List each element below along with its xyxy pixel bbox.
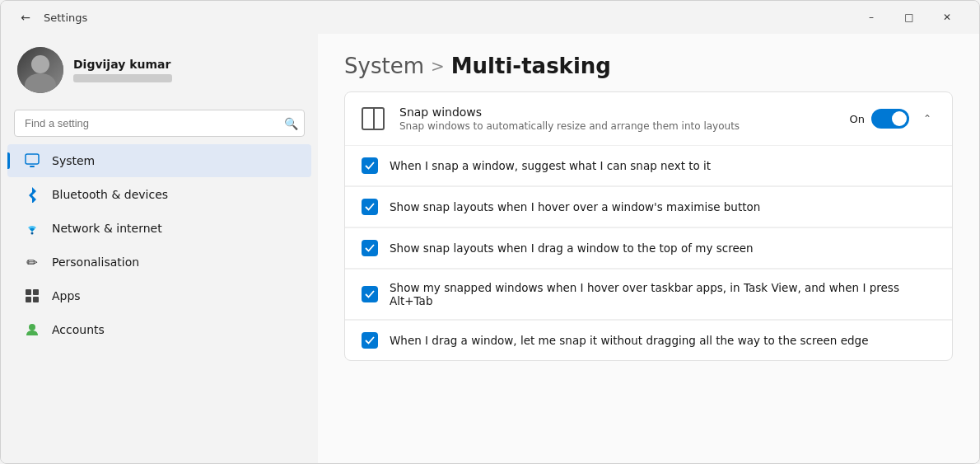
- svg-rect-1: [30, 166, 35, 167]
- search-input[interactable]: [14, 110, 305, 137]
- svg-rect-5: [26, 297, 31, 302]
- checkbox-suggest-snap[interactable]: [362, 157, 378, 174]
- breadcrumb-separator: >: [431, 56, 445, 76]
- user-subtitle: [73, 74, 172, 82]
- titlebar: ← Settings – □ ✕: [1, 1, 979, 34]
- content-area: Digvijay kumar 🔍 Syst: [1, 34, 979, 463]
- sidebar-item-network-label: Network & internet: [52, 222, 162, 235]
- sidebar-item-network[interactable]: Network & internet: [7, 212, 311, 245]
- svg-rect-0: [26, 154, 39, 164]
- main-content: System > Multi-tasking Snap windows Snap…: [318, 34, 979, 463]
- svg-rect-4: [33, 289, 39, 295]
- user-name: Digvijay kumar: [73, 58, 172, 71]
- snap-windows-status: On: [850, 113, 865, 125]
- sidebar-item-system[interactable]: System: [7, 144, 311, 177]
- titlebar-title: Settings: [44, 12, 87, 24]
- apps-icon: [24, 288, 40, 304]
- close-button[interactable]: ✕: [928, 4, 966, 30]
- snap-windows-toggle[interactable]: [871, 109, 909, 129]
- checkbox-label-0: When I snap a window, suggest what I can…: [390, 159, 711, 172]
- snap-windows-control: On ⌃: [850, 107, 939, 130]
- breadcrumb: System > Multi-tasking: [344, 54, 953, 78]
- svg-point-7: [29, 324, 35, 330]
- user-profile[interactable]: Digvijay kumar: [1, 34, 318, 106]
- snap-windows-desc: Snap windows to automatically resize and…: [399, 120, 838, 132]
- checkbox-hover-taskbar[interactable]: [362, 286, 378, 302]
- system-icon: [24, 152, 40, 169]
- snap-windows-icon: [362, 107, 385, 130]
- checkbox-label-3: Show my snapped windows when I hover ove…: [390, 281, 939, 307]
- snap-windows-title: Snap windows: [399, 105, 838, 119]
- sidebar-item-bluetooth-label: Bluetooth & devices: [52, 188, 168, 201]
- bluetooth-icon: [24, 186, 40, 203]
- checkbox-item-3: Show my snapped windows when I hover ove…: [345, 269, 952, 320]
- search-box: 🔍: [14, 110, 305, 137]
- avatar-image: [17, 47, 63, 93]
- nav-list: System Bluetooth & devices: [1, 143, 318, 457]
- sidebar-item-accounts-label: Accounts: [52, 323, 105, 336]
- sidebar-item-apps[interactable]: Apps: [7, 279, 311, 312]
- breadcrumb-current: Multi-tasking: [451, 54, 611, 78]
- svg-point-2: [31, 232, 34, 235]
- svg-rect-3: [26, 289, 31, 295]
- checkbox-label-2: Show snap layouts when I drag a window t…: [390, 241, 754, 255]
- checkbox-hover-maximise[interactable]: [362, 199, 378, 215]
- sidebar-item-accounts[interactable]: Accounts: [7, 313, 311, 346]
- network-icon: [24, 220, 40, 237]
- settings-list: Snap windows Snap windows to automatical…: [344, 91, 953, 361]
- settings-window: ← Settings – □ ✕ Digvijay kumar: [0, 0, 980, 464]
- checkbox-item-0: When I snap a window, suggest what I can…: [345, 146, 952, 186]
- checkbox-label-1: Show snap layouts when I hover over a wi…: [390, 200, 760, 213]
- snap-windows-expand[interactable]: ⌃: [916, 107, 939, 130]
- personalisation-icon: ✏️: [24, 254, 40, 270]
- checkbox-drag-top[interactable]: [362, 240, 378, 256]
- breadcrumb-parent[interactable]: System: [344, 54, 424, 78]
- sidebar-item-personalisation[interactable]: ✏️ Personalisation: [7, 246, 311, 279]
- svg-rect-6: [33, 297, 39, 302]
- window-controls: – □ ✕: [852, 4, 966, 30]
- accounts-icon: [24, 321, 40, 338]
- checkbox-label-4: When I drag a window, let me snap it wit…: [390, 334, 868, 347]
- user-info: Digvijay kumar: [73, 58, 172, 82]
- snap-icon-box: [358, 104, 388, 134]
- snap-windows-setting: Snap windows Snap windows to automatical…: [345, 92, 952, 146]
- sidebar-item-apps-label: Apps: [52, 289, 81, 302]
- checkbox-item-1: Show snap layouts when I hover over a wi…: [345, 187, 952, 227]
- sidebar: Digvijay kumar 🔍 Syst: [1, 34, 318, 463]
- sidebar-item-system-label: System: [52, 154, 95, 167]
- checkbox-item-2: Show snap layouts when I drag a window t…: [345, 228, 952, 269]
- sidebar-item-bluetooth[interactable]: Bluetooth & devices: [7, 178, 311, 211]
- snap-windows-text: Snap windows Snap windows to automatical…: [399, 105, 838, 132]
- sidebar-item-personalisation-label: Personalisation: [52, 255, 139, 269]
- minimize-button[interactable]: –: [852, 4, 890, 30]
- checkbox-item-4: When I drag a window, let me snap it wit…: [345, 321, 952, 360]
- avatar: [17, 47, 63, 93]
- checkbox-drag-edge[interactable]: [362, 332, 378, 349]
- back-button[interactable]: ←: [14, 6, 37, 29]
- search-icon[interactable]: 🔍: [284, 117, 298, 130]
- maximize-button[interactable]: □: [890, 4, 928, 30]
